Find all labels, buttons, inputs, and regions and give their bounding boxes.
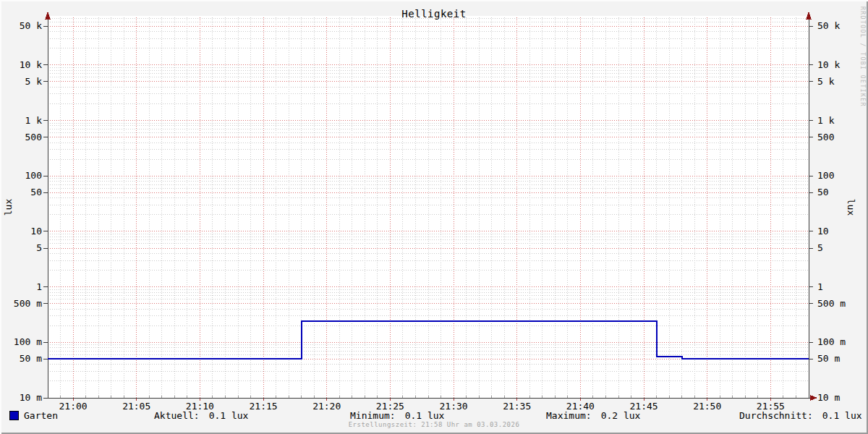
chart-title: Helligkeit [0, 8, 868, 20]
stat-label: Aktuell: [154, 410, 200, 421]
y-tick-label-right: 500 [817, 132, 868, 142]
y-tick-label-left: 5 k [0, 77, 42, 87]
y-tick-label-left: 50 k [0, 21, 42, 31]
y-tick-label-left: 500 [0, 132, 42, 142]
y-tick-label-left: 100 [0, 171, 42, 181]
stat-value: 0.1 lux [822, 410, 862, 421]
stat-minimum: Minimum:0.1 lux [350, 410, 444, 421]
y-tick-label-left: 500 m [0, 299, 42, 309]
x-tick-label: 21:05 [115, 401, 158, 412]
x-tick-label: 21:30 [432, 401, 475, 412]
creation-time: Erstellungszeit: 21:58 Uhr am 03.03.2026 [0, 421, 868, 428]
stat-label: Minimum: [350, 410, 396, 421]
x-tick-label: 21:10 [178, 401, 221, 412]
y-tick-label-right: 100 m [817, 337, 868, 347]
y-tick-label-right: 100 [817, 171, 868, 181]
y-tick-label-left: 1 k [0, 116, 42, 126]
y-tick-label-right: 1 [817, 282, 868, 292]
y-tick-label-left: 5 [0, 243, 42, 253]
y-tick-label-left: 50 m [0, 354, 42, 364]
stat-value: 0.2 lux [601, 410, 641, 421]
x-tick-label: 21:20 [305, 401, 349, 412]
rrdtool-graph: Helligkeit RRDTOOL / TOBI OETIKER lux lu… [0, 0, 868, 434]
y-tick-label-left: 100 m [0, 337, 42, 347]
x-tick-label: 21:15 [242, 401, 285, 412]
x-tick-label: 21:55 [749, 401, 792, 412]
x-tick-label: 21:00 [51, 401, 95, 412]
y-tick-label-left: 10 k [0, 60, 42, 70]
y-tick-label-right: 10 m [817, 393, 868, 403]
x-tick-label: 21:40 [558, 401, 602, 412]
stat-maximum: Maximum:0.2 lux [546, 410, 640, 421]
y-tick-label-left: 50 [0, 187, 42, 197]
x-tick-label: 21:50 [686, 401, 729, 412]
stat-value: 0.1 lux [405, 410, 445, 421]
y-tick-label-right: 50 k [817, 21, 868, 31]
plot-area [0, 0, 868, 434]
y-tick-label-right: 10 [817, 226, 868, 237]
stat-value: 0.1 lux [209, 410, 249, 421]
y-tick-label-left: 10 m [0, 393, 42, 403]
stat-label: Maximum: [546, 410, 592, 421]
y-tick-label-right: 5 k [817, 77, 868, 87]
x-tick-label: 21:25 [368, 401, 412, 412]
x-tick-label: 21:35 [495, 401, 539, 412]
x-tick-label: 21:45 [622, 401, 665, 412]
y-tick-label-left: 10 [0, 226, 42, 237]
stat-durchschnitt: Durchschnitt:0.1 lux [739, 410, 862, 421]
stat-label: Durchschnitt: [739, 410, 813, 421]
y-tick-label-right: 1 k [817, 116, 868, 126]
series-label: Garten [24, 410, 58, 421]
y-tick-label-right: 5 [817, 243, 868, 253]
y-tick-label-right: 50 m [817, 354, 868, 364]
y-tick-label-right: 50 [817, 187, 868, 197]
x-axis-arrow [810, 395, 817, 401]
y-tick-label-right: 10 k [817, 60, 868, 70]
stat-aktuell: Aktuell:0.1 lux [154, 410, 248, 421]
y-tick-label-left: 1 [0, 282, 42, 292]
y-tick-label-right: 500 m [817, 299, 868, 309]
series-swatch [9, 411, 19, 420]
